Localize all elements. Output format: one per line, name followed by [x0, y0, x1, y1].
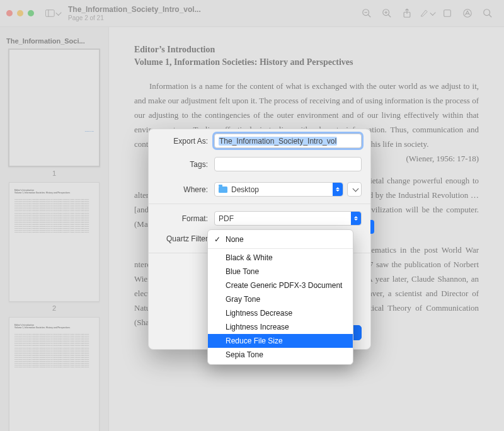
updown-stepper-icon	[333, 183, 343, 196]
where-disclosure-button[interactable]	[347, 182, 362, 197]
quartz-option-gray-tone[interactable]: Gray Tone	[208, 292, 353, 306]
export-filename-input[interactable]: The_Information_Society_Intro_vol	[214, 134, 362, 148]
quartz-option-lightness-decrease[interactable]: Lightness Decrease	[208, 306, 353, 320]
format-label: Format:	[158, 214, 208, 223]
where-label: Where:	[158, 185, 208, 194]
quartz-option-reduce-file-size[interactable]: Reduce File Size	[208, 334, 353, 348]
tags-input[interactable]	[214, 157, 362, 171]
quartz-option-lightness-increase[interactable]: Lightness Increase	[208, 320, 353, 334]
where-popup[interactable]: Desktop	[214, 182, 343, 197]
quartz-option-create-generic-pdfx-3-document[interactable]: Create Generic PDFX-3 Document	[208, 279, 353, 292]
quartz-option-blue-tone[interactable]: Blue Tone	[208, 265, 353, 279]
tags-label: Tags:	[158, 160, 208, 169]
quartz-option-black-white[interactable]: Black & White	[208, 251, 353, 265]
folder-icon	[219, 187, 227, 193]
format-popup[interactable]: PDF	[214, 211, 362, 226]
quartz-option-sepia-tone[interactable]: Sepia Tone	[208, 348, 353, 362]
quartz-filter-menu[interactable]: ✓NoneBlack & WhiteBlue ToneCreate Generi…	[207, 229, 353, 365]
updown-stepper-icon	[351, 212, 361, 225]
export-as-label: Export As:	[158, 137, 208, 146]
quartz-option-none[interactable]: ✓None	[208, 233, 353, 246]
quartz-filter-label: Quartz Filter	[158, 234, 208, 243]
quartz-filter-popup-edge[interactable]	[370, 220, 374, 234]
